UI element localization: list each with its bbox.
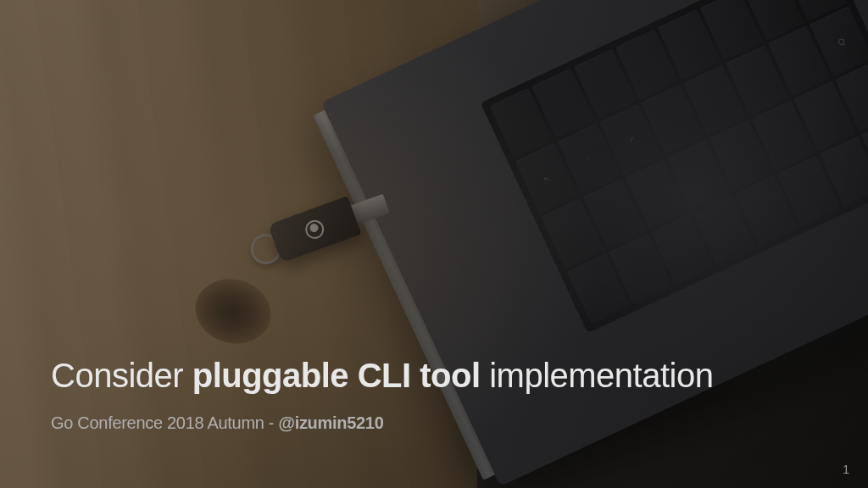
slide-container: ↖↑↗ Q Consider pluggable CLI tool implem… — [0, 0, 868, 488]
slide-title: Consider pluggable CLI tool implementati… — [51, 356, 817, 395]
title-prefix: Consider — [51, 357, 192, 394]
title-bold: pluggable CLI tool — [192, 357, 481, 394]
subtitle-bold: @izumin5210 — [278, 413, 383, 432]
subtitle-prefix: Go Conference 2018 Autumn - — [51, 413, 278, 432]
title-suffix: implementation — [481, 357, 714, 394]
slide-content: Consider pluggable CLI tool implementati… — [51, 356, 817, 433]
page-number: 1 — [843, 463, 849, 476]
slide-subtitle: Go Conference 2018 Autumn - @izumin5210 — [51, 413, 817, 433]
